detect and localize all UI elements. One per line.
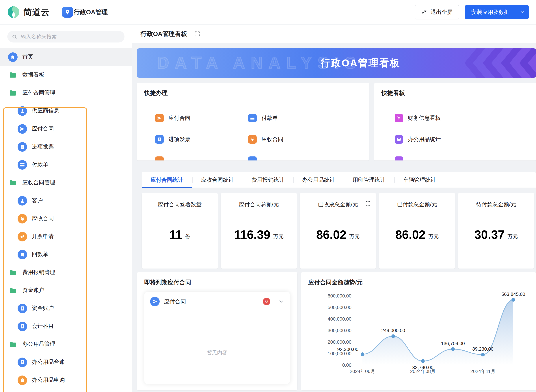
- send-icon: [150, 297, 160, 306]
- chevron-down-icon[interactable]: [278, 299, 284, 304]
- sidebar-item-fund-account[interactable]: 资金账户: [0, 299, 132, 317]
- sidebar-item-payable-contract[interactable]: 应付合同: [0, 120, 132, 138]
- stat-value: 30.37: [474, 228, 504, 242]
- expiring-contracts-card: 即将到期应付合同 应付合同 0 暂无内容: [137, 272, 297, 390]
- tab-seal-management-stats[interactable]: 用印管理统计: [344, 172, 394, 187]
- quick-action-payable-contract[interactable]: 应付合同: [155, 114, 190, 122]
- trend-line-chart: 0.00100,000.00200,000.00300,000.00400,00…: [305, 287, 532, 380]
- box-icon: [395, 135, 403, 144]
- sidebar-item-label: 费用报销管理: [22, 269, 55, 276]
- quick-action-partial[interactable]: [248, 156, 257, 160]
- sidebar-item-customer[interactable]: 客户: [0, 191, 132, 210]
- folder-icon: [8, 70, 18, 80]
- partial-icon: [248, 156, 257, 160]
- tab-expense-stats[interactable]: 费用报销统计: [243, 172, 293, 187]
- dashboard-body: DATA ANALYSIS 行政OA管理看板 快捷办理 应付合同: [132, 43, 536, 392]
- sidebar-item-input-invoice[interactable]: 进项发票: [0, 138, 132, 156]
- sidebar-item-home[interactable]: 首页: [0, 48, 132, 66]
- sidebar-item-label: 进项发票: [32, 143, 54, 150]
- sidebar-item-payment-order[interactable]: 付款单: [0, 156, 132, 174]
- sidebar-menu: 首页 数据看板 应付合同管理 供应商信息 应付合同 进项发票: [0, 48, 132, 389]
- sidebar-item-label: 办公用品台账: [32, 359, 65, 366]
- yen-icon: [248, 135, 257, 144]
- sidebar-item-label: 应收合同管理: [22, 179, 55, 186]
- sidebar-item-accounting-subject[interactable]: 会计科目: [0, 317, 132, 335]
- sidebar-item-office-supplies-purchase[interactable]: 办公用品申购: [0, 371, 132, 389]
- brand-logo[interactable]: 简道云: [0, 6, 50, 18]
- quick-board-label: 财务信息看板: [408, 115, 441, 122]
- folder-icon: [8, 178, 18, 187]
- svg-text:0.00: 0.00: [342, 362, 351, 368]
- tab-receivable-contract-stats[interactable]: 应收合同统计: [192, 172, 243, 187]
- quick-actions-title: 快捷办理: [144, 89, 168, 97]
- quick-actions-card: 快捷办理 应付合同 付款单 进项发票 应收合同: [137, 83, 369, 160]
- header-divider: [56, 8, 56, 16]
- tab-payable-contract-stats[interactable]: 应付合同统计: [142, 172, 192, 187]
- expiring-contract-group[interactable]: 应付合同 0 暂无内容: [144, 292, 290, 384]
- stat-card-signed-count: 应付合同签署数量 11份: [142, 193, 218, 269]
- invoice-icon: [155, 135, 164, 144]
- install-dropdown-toggle[interactable]: [516, 5, 529, 19]
- sidebar-item-supplier-info[interactable]: 供应商信息: [0, 102, 132, 120]
- sidebar-item-receivable-contract[interactable]: 应收合同: [0, 210, 132, 228]
- quick-action-input-invoice[interactable]: 进项发票: [155, 135, 190, 144]
- svg-text:500,000.00: 500,000.00: [328, 305, 351, 310]
- sidebar-item-fund-account-folder[interactable]: 资金账户: [0, 281, 132, 299]
- ticket-icon: [18, 232, 27, 241]
- main-content: 行政OA管理看板 DATA ANALYSIS 行政OA管理看板 快捷办理: [132, 24, 536, 392]
- sidebar-item-receivable-contract-management[interactable]: 应收合同管理: [0, 174, 132, 191]
- stat-unit: 份: [185, 233, 190, 240]
- svg-text:136,709.00: 136,709.00: [441, 341, 465, 346]
- expiring-card-title: 即将到期应付合同: [144, 279, 191, 285]
- tab-vehicle-management-stats[interactable]: 车辆管理统计: [394, 172, 445, 187]
- svg-text:200,000.00: 200,000.00: [328, 339, 351, 345]
- svg-text:2024年06月: 2024年06月: [350, 369, 375, 374]
- fullscreen-icon[interactable]: [194, 31, 200, 37]
- sidebar-item-label: 应收合同: [32, 215, 54, 222]
- tab-label: 应付合同统计: [150, 176, 183, 183]
- stat-title: 应付合同签署数量: [158, 201, 202, 208]
- stat-value: 11: [169, 228, 182, 242]
- sidebar-item-office-supplies-ledger[interactable]: 办公用品台账: [0, 353, 132, 371]
- quick-action-payment-order[interactable]: 付款单: [248, 114, 278, 122]
- quick-action-label: 应收合同: [261, 136, 283, 143]
- quick-action-partial[interactable]: [155, 156, 164, 160]
- person-icon: [18, 106, 27, 116]
- fullscreen-icon[interactable]: [365, 201, 371, 206]
- tab-label: 用印管理统计: [353, 176, 386, 183]
- quick-board-partial[interactable]: [395, 156, 403, 160]
- sidebar-item-payable-contract-management[interactable]: 应付合同管理: [0, 84, 132, 102]
- sidebar-item-label: 资金账户: [22, 287, 44, 294]
- quick-board-label: 办公用品统计: [408, 136, 441, 143]
- sidebar-item-invoicing-request[interactable]: 开票申请: [0, 228, 132, 245]
- quick-board-finance[interactable]: 财务信息看板: [395, 114, 441, 122]
- exit-fullscreen-label: 退出全屏: [430, 9, 453, 16]
- stat-value: 116.39: [234, 228, 270, 242]
- sidebar-item-label: 资金账户: [32, 305, 54, 312]
- sidebar-item-label: 客户: [32, 197, 43, 204]
- banner-title: 行政OA管理看板: [320, 56, 400, 70]
- sidebar-item-data-dashboard[interactable]: 数据看板: [0, 66, 132, 84]
- quick-boards-title: 快捷看板: [382, 89, 405, 97]
- install-app-label[interactable]: 安装应用及数据: [465, 5, 516, 19]
- doc-icon: [18, 303, 27, 313]
- search-icon: [12, 34, 17, 39]
- sidebar-item-expense-reimbursement-management[interactable]: 费用报销管理: [0, 263, 132, 281]
- sidebar-item-repayment-order[interactable]: 回款单: [0, 245, 132, 263]
- sidebar-item-office-supplies-management[interactable]: 办公用品管理: [0, 335, 132, 353]
- sidebar-search[interactable]: [7, 31, 125, 42]
- svg-text:89,230.00: 89,230.00: [472, 346, 494, 352]
- folder-icon: [8, 88, 18, 98]
- quick-action-receivable-contract[interactable]: 应收合同: [248, 135, 283, 144]
- stat-unit: 万元: [429, 233, 439, 240]
- install-app-button[interactable]: 安装应用及数据: [465, 5, 529, 19]
- search-input[interactable]: [20, 33, 120, 40]
- yen-icon: [18, 214, 27, 223]
- exit-fullscreen-button[interactable]: 退出全屏: [415, 5, 459, 19]
- quick-board-office-supplies[interactable]: 办公用品统计: [395, 135, 441, 144]
- sidebar-item-label: 供应商信息: [32, 107, 59, 114]
- tab-label: 车辆管理统计: [403, 176, 436, 183]
- chevron-down-icon: [520, 9, 525, 15]
- sidebar-item-label: 数据看板: [22, 71, 44, 78]
- tab-office-supplies-stats[interactable]: 办公用品统计: [293, 172, 344, 187]
